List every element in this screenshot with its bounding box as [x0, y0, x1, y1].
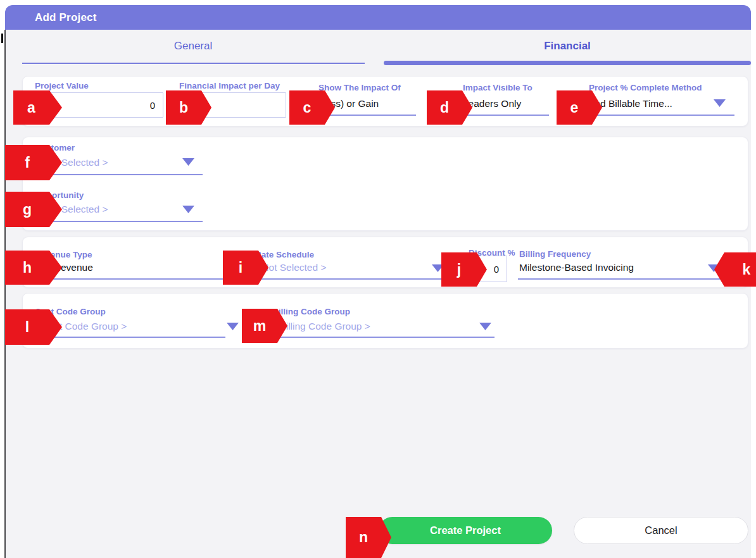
revenue-card [22, 237, 748, 288]
dialog-header: Add Project [5, 5, 751, 30]
field-underline [271, 337, 495, 338]
billing-code-group-label: Billing Code Group [272, 307, 350, 316]
financial-tab-active-underline [384, 61, 751, 65]
billing-frequency-label: Billing Frequency [519, 249, 591, 259]
tab-general[interactable]: General [22, 40, 364, 53]
project-pct-complete-method-label: Project % Complete Method [589, 83, 702, 92]
code-groups-card [22, 293, 748, 349]
page-edge-dash [1, 34, 3, 43]
customer-card [22, 137, 748, 231]
field-underline [33, 278, 225, 280]
page-edge-line [4, 30, 6, 558]
cancel-button[interactable]: Cancel [574, 517, 748, 544]
dialog-title: Add Project [5, 11, 97, 24]
field-underline [460, 115, 549, 116]
billing-frequency-select[interactable]: Milestone-Based Invoicing [519, 262, 634, 273]
show-the-impact-of-label: Show The Impact Of [318, 83, 401, 92]
financial-impact-per-day-label: Financial Impact per Day [179, 81, 280, 90]
create-project-button[interactable]: Create Project [379, 517, 552, 544]
project-value-label: Project Value [35, 81, 89, 90]
field-underline [253, 278, 464, 280]
field-underline [34, 337, 225, 338]
field-underline [518, 278, 734, 280]
field-underline [35, 174, 203, 175]
general-tab-underline [22, 63, 365, 64]
rate-schedule-label: Rate Schedule [255, 250, 314, 259]
add-project-dialog: Add Project General Financial Project Va… [0, 0, 756, 558]
impact-visible-to-label: Impact Visible To [463, 83, 532, 92]
tab-financial[interactable]: Financial [384, 40, 751, 53]
field-underline [35, 221, 203, 222]
